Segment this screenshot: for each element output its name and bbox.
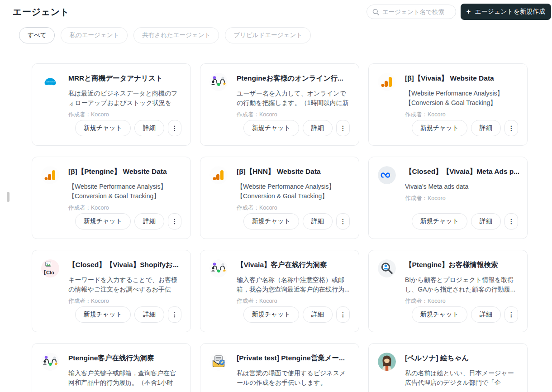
persona-avatar [378,353,396,371]
salesforce-icon: salesforce [41,73,59,91]
agent-creator: 作成者：Kocoro [405,195,519,201]
analytics-icon [41,166,59,184]
agent-description: 私は営業の場面で使用するビジネスメールの作成をお手伝いします。 [237,368,350,387]
agent-description: BIから顧客とプロジェクト情報を取得し、GAから指定された顧客の行動履... [405,275,518,294]
meta-icon [378,166,396,184]
agent-description: 【Website Performance Analysis】【Conversio… [68,182,181,201]
new-chat-button[interactable]: 新規チャット [412,213,467,229]
more-menu-button[interactable]: ⋮ [504,213,518,229]
tab-3[interactable]: プリビルドエージェント [225,27,311,43]
more-menu-button[interactable]: ⋮ [168,213,181,229]
agent-creator: 作成者：Kocoro [405,111,518,118]
agent-description: 私の名前は絵といい、日本メージャー広告代理店のデジタル部門で「企画」... [405,368,518,387]
agent-title: 【Closed】【Vivaia】Meta Ads p... [405,167,519,177]
agent-title: MRRと商機データアナリスト [68,73,181,83]
details-button[interactable]: 詳細 [134,120,164,136]
agent-card-1[interactable]: Ptengineお客様のオンライン行... ユーザー名を入力して、オンラインでの… [200,63,359,146]
journey-icon [209,259,228,277]
agent-card-4[interactable]: [β]【HNN】 Website Data 【Website Performan… [200,157,359,239]
more-menu-button[interactable]: ⋮ [168,306,181,323]
new-chat-button[interactable]: 新規チャット [412,120,467,136]
agent-description: 私は最近のビジネスデータと商機のフォローアップおよびストック状況を調... [68,89,181,108]
details-button[interactable]: 詳細 [303,120,333,136]
new-chat-button[interactable]: 新規チャット [412,306,467,323]
details-button[interactable]: 詳細 [471,213,501,229]
card-actions: 新規チャット 詳細 ⋮ [412,213,518,229]
agent-title: Ptengineお客様のオンライン行... [237,73,350,83]
agent-description: 输入客户名称（名称中注意空格）或邮箱，我会为您查询最近客户的在线行为... [237,275,350,294]
card-actions: 新規チャット 詳細 ⋮ [412,120,518,136]
agent-creator: 作成者：Kocoro [68,204,181,211]
agent-creator: 作成者：Kocoro [68,111,181,118]
agent-search [366,5,456,19]
card-actions: 新規チャット 詳細 ⋮ [243,306,350,323]
broken-image-icon: 【Clo [41,259,59,277]
more-menu-button[interactable]: ⋮ [504,306,518,323]
more-menu-button[interactable]: ⋮ [336,120,350,136]
details-button[interactable]: 詳細 [471,120,501,136]
agent-title: Ptengine客户在线行为洞察 [68,353,181,363]
agent-creator: 作成者：Kocoro [237,204,350,211]
agent-card-5[interactable]: 【Closed】【Vivaia】Meta Ads p... Vivaia's M… [368,157,528,239]
agent-grid: salesforce MRRと商機データアナリスト 私は最近のビジネスデータと商… [32,63,528,392]
agent-description: 【Website Performance Analysis】【Conversio… [405,89,518,108]
new-chat-button[interactable]: 新規チャット [75,306,131,323]
card-actions: 新規チャット 詳細 ⋮ [75,306,181,323]
details-button[interactable]: 詳細 [471,306,501,323]
search-icon [372,9,379,15]
agent-description: 输入客户关键字或邮箱，查询客户在官网和产品中的行为履历。（不含1小时内... [68,368,181,387]
new-chat-button[interactable]: 新規チャット [243,120,299,136]
filter-tabs: すべて私のエージェント共有されたエージェントプリビルドエージェント [19,27,311,43]
more-menu-button[interactable]: ⋮ [168,120,181,136]
more-menu-button[interactable]: ⋮ [336,213,350,229]
agent-card-8[interactable]: 【Ptengine】お客様情報検索 BIから顧客とプロジェクト情報を取得し、GA… [368,250,528,332]
svg-text:salesforce: salesforce [46,81,55,83]
agent-creator: 作成者：Kocoro [237,111,350,118]
scrollbar-thumb[interactable] [7,192,10,202]
page-title: エージェント [13,6,69,18]
search-input[interactable] [382,9,450,15]
agent-title: 【Vivaia】客户在线行为洞察 [237,260,350,270]
details-button[interactable]: 詳細 [303,306,333,323]
agent-description: Vivaia's Meta ads data [405,182,519,191]
person-search-icon [378,259,396,277]
agent-creator: 作成者：Kocoro [237,297,350,304]
new-chat-button[interactable]: 新規チャット [243,213,299,229]
more-menu-button[interactable]: ⋮ [336,306,350,323]
new-chat-button[interactable]: 新規チャット [75,120,131,136]
analytics-icon [378,73,396,91]
details-button[interactable]: 詳細 [303,213,333,229]
analytics-icon [209,166,228,184]
agent-description: キーワードを入力することで、お客様の情報やご注文をお調べするお手伝い... [68,275,181,294]
agent-card-0[interactable]: salesforce MRRと商機データアナリスト 私は最近のビジネスデータと商… [32,63,191,146]
journey-icon [209,73,228,91]
details-button[interactable]: 詳細 [134,213,164,229]
agent-description: 【Website Performance Analysis】【Conversio… [237,182,350,201]
card-actions: 新規チャット 詳細 ⋮ [412,306,518,323]
agent-card-2[interactable]: [β]【Vivaia】 Website Data 【Website Perfor… [368,63,528,146]
agent-card-10[interactable]: [Private test] Ptengine営業メー... 私は営業の場面で使… [200,343,359,392]
agent-title: [ペルソナ] 絵ちゃん [405,353,518,363]
mail-icon [209,353,228,371]
create-agent-button[interactable]: + エージェントを新規作成 [461,4,551,20]
agent-description: ユーザー名を入力して、オンラインでの行動を把握します。（1時間以内に新規... [237,89,350,108]
agent-creator: 作成者：Kocoro [405,297,518,304]
tab-1[interactable]: 私のエージェント [61,27,128,43]
agent-card-7[interactable]: 【Vivaia】客户在线行为洞察 输入客户名称（名称中注意空格）或邮箱，我会为您… [200,250,359,332]
agent-card-3[interactable]: [β]【Ptengine】 Website Data 【Website Perf… [32,157,191,239]
agent-card-11[interactable]: [ペルソナ] 絵ちゃん 私の名前は絵といい、日本メージャー広告代理店のデジタル部… [368,343,528,392]
agent-card-9[interactable]: Ptengine客户在线行为洞察 输入客户关键字或邮箱，查询客户在官网和产品中的… [32,343,191,392]
card-actions: 新規チャット 詳細 ⋮ [75,213,181,229]
journey-icon [41,353,59,371]
more-menu-button[interactable]: ⋮ [504,120,518,136]
agent-card-6[interactable]: 【Clo 【Closed】【Vivaia】Shopifyお... キーワードを入… [32,250,191,332]
card-actions: 新規チャット 詳細 ⋮ [243,213,350,229]
new-chat-button[interactable]: 新規チャット [243,306,299,323]
new-chat-button[interactable]: 新規チャット [75,213,131,229]
agent-title: [β]【HNN】 Website Data [237,167,350,177]
tab-2[interactable]: 共有されたエージェント [133,27,219,43]
details-button[interactable]: 詳細 [134,306,164,323]
tab-0[interactable]: すべて [19,27,55,43]
create-agent-label: エージェントを新規作成 [475,8,545,16]
card-actions: 新規チャット 詳細 ⋮ [75,120,181,136]
